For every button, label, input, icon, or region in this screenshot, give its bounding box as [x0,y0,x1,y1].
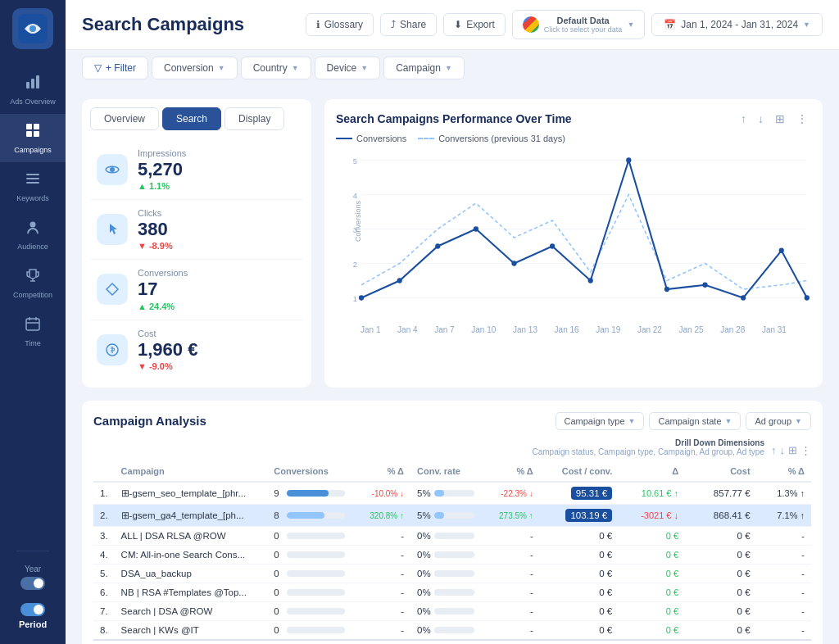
row-num: 3. [93,526,115,545]
row-conversions: 0 [267,620,351,640]
row-conv-rate: 0% [410,601,481,620]
campaign-type-filter[interactable]: Campaign type ▼ [556,412,645,430]
svg-point-36 [550,243,555,248]
datasource-sublabel: Click to select your data [544,25,623,34]
svg-point-40 [702,283,707,288]
conversions-card: Conversions 17 ▲ 24.4% [90,260,303,320]
period-toggle[interactable]: Period [0,596,66,636]
svg-point-37 [588,278,593,283]
col-conv-rate: Conv. rate [410,461,481,482]
datasource-button[interactable]: Default Data Click to select your data ▼ [512,10,645,39]
sidebar-item-competition[interactable]: Competition [0,259,66,307]
device-filter[interactable]: Device ▼ [315,57,381,79]
row-campaign: DSA_ua_backup [115,564,268,583]
svg-point-39 [664,287,669,292]
download-icon[interactable]: ↓ [755,111,767,127]
bar-chart-icon [25,74,41,94]
export-button[interactable]: ⬇ Export [443,13,506,36]
conversion-filter[interactable]: Conversion ▼ [152,57,238,79]
row-num: 1. [93,482,115,505]
year-switch[interactable] [20,577,45,590]
row-pct3: - [757,620,811,640]
svg-rect-7 [26,131,32,137]
sidebar-bottom: Year Period [0,544,66,636]
more-icon[interactable]: ⋮ [793,111,811,127]
drill-down-label: Drill Down Dimensions [532,438,764,447]
row-cost: 0 € [685,620,757,640]
sidebar-item-ads-overview[interactable]: Ads Overview [0,66,66,114]
row-delta: 0 € [619,583,685,601]
sidebar-item-campaigns[interactable]: Campaigns [0,114,66,162]
footer-label: Grand total [115,640,268,644]
row-conversions: 0 [267,545,351,564]
analysis-title: Campaign Analysis [93,414,206,428]
row-pct2: - [481,620,540,640]
grid-icon [25,122,41,143]
svg-text:2: 2 [353,261,357,269]
tab-overview[interactable]: Overview [90,107,159,130]
date-range-button[interactable]: 📅 Jan 1, 2024 - Jan 31, 2024 ▼ [651,13,823,36]
tab-display[interactable]: Display [224,107,284,130]
share-button[interactable]: ⤴ Share [380,13,437,36]
year-toggle[interactable]: Year [0,558,66,596]
main-content: Search Campaigns ℹ Glossary ⤴ Share ⬇ Ex… [66,0,839,644]
filter-button[interactable]: ▽ + Filter [82,57,148,79]
row-delta: 0 € [619,620,685,640]
sidebar-item-keywords[interactable]: Keywords [0,162,66,211]
row-pct1: - [351,526,410,545]
chevron-down-icon: ▼ [795,417,802,425]
row-conversions: 0 [267,601,351,620]
row-cost: 0 € [685,526,757,545]
row-pct2: - [481,545,540,564]
sidebar-item-label: Keywords [16,194,49,202]
glossary-button[interactable]: ℹ Glossary [306,13,374,36]
campaign-state-filter[interactable]: Campaign state ▼ [649,412,741,430]
svg-rect-4 [36,75,39,88]
google-icon [523,16,539,33]
expand-icon[interactable]: ⊞ [772,111,788,127]
campaign-table: Campaign Conversions % Δ Conv. rate % Δ … [93,461,811,644]
svg-rect-6 [34,124,39,129]
col-num [93,461,115,482]
row-cost: 0 € [685,564,757,583]
sidebar-item-audience[interactable]: Audience [0,211,66,259]
sidebar-item-label: Time [25,339,41,347]
row-conv-rate: 5% [410,482,481,505]
clicks-label: Clicks [138,208,297,218]
arrow-down-icon[interactable]: ↓ [780,444,786,456]
y-axis-label: Conversions [354,201,362,242]
row-num: 2. [93,504,115,526]
svg-point-1 [29,25,36,32]
upload-icon[interactable]: ↑ [737,111,750,127]
sidebar-item-label: Campaigns [14,146,52,154]
conversions-label: Conversions [138,268,297,278]
row-cost-conv: 95.31 € [540,482,619,505]
campaign-filter[interactable]: Campaign ▼ [383,57,465,79]
svg-text:4: 4 [353,192,357,200]
sidebar-item-time[interactable]: Time [0,307,66,356]
sidebar-item-label: Ads Overview [10,98,56,106]
tab-search[interactable]: Search [162,107,221,130]
row-num: 7. [93,601,115,620]
chevron-down-icon: ▼ [628,417,636,425]
audience-icon [25,219,41,239]
period-switch[interactable] [20,603,45,616]
row-pct3: - [757,526,811,545]
footer-pct3: -9.0% ↓ [757,640,811,644]
col-pct-delta3: % Δ [757,461,811,482]
arrow-up-icon[interactable]: ↑ [771,444,777,456]
country-filter[interactable]: Country ▼ [241,57,311,79]
table-icon[interactable]: ⊞ [788,444,797,456]
svg-rect-10 [26,178,39,179]
ad-group-filter[interactable]: Ad group ▼ [746,412,811,430]
row-pct1: - [351,620,410,640]
row-conversions: 9 [267,482,351,505]
cost-card: Cost 1,960 € ▼ -9.0% [90,320,303,379]
table-footer-row: Grand total 17 24.4% ↑ 5% 36.5% ↑ 112.54… [93,640,811,644]
footer-pct2: 36.5% ↑ [481,640,540,644]
sidebar-logo[interactable] [12,8,53,49]
svg-text:1: 1 [353,295,357,303]
more-icon[interactable]: ⋮ [800,444,811,456]
row-cost-conv: 103.19 € [540,504,619,526]
row-cost-conv: 0 € [540,601,619,620]
